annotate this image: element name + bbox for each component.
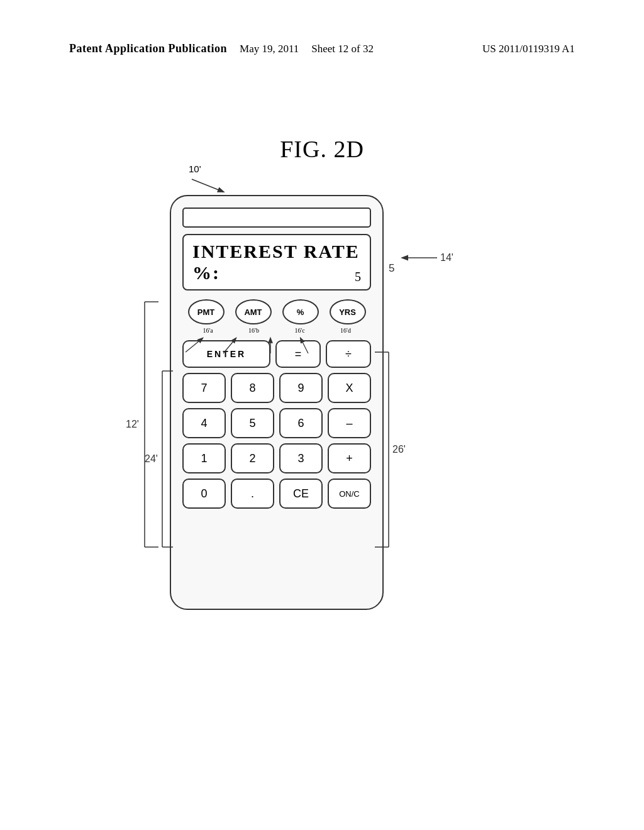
key-0[interactable]: 0 (182, 479, 226, 509)
label-14: 14' (440, 252, 453, 263)
calculator-device: INTEREST RATE %: 5 PMT AMT % YRS 16'a 16… (170, 195, 384, 610)
key-5[interactable]: 5 (231, 408, 274, 438)
key-ce[interactable]: CE (279, 479, 323, 509)
figure-label: FIG. 2D (280, 135, 364, 163)
display-bar (182, 208, 371, 228)
key-minus[interactable]: – (328, 408, 371, 438)
divide-key[interactable]: ÷ (326, 340, 371, 368)
display-number: 5 (355, 270, 361, 284)
func-key-pmt[interactable]: PMT (188, 299, 225, 324)
device-label: 10' (189, 163, 201, 174)
key-x[interactable]: X (328, 373, 371, 403)
display-text: INTEREST RATE %: (192, 241, 361, 284)
number-grid: 7 8 9 X 4 5 6 – 1 2 3 + 0 . CE ON/C (182, 373, 371, 509)
func-key-amt[interactable]: AMT (235, 299, 272, 324)
label-12: 12' (126, 419, 139, 429)
func-label-16a: 16'a (190, 327, 226, 334)
key-2[interactable]: 2 (231, 443, 274, 473)
patent-number: US 2011/0119319 A1 (482, 43, 575, 55)
key-plus[interactable]: + (328, 443, 371, 473)
equals-key[interactable]: = (275, 340, 321, 368)
patent-title: Patent Application Publication (69, 42, 227, 55)
func-keys-row: PMT AMT % YRS (182, 299, 371, 324)
key-4[interactable]: 4 (182, 408, 226, 438)
func-label-16b: 16'b (236, 327, 272, 334)
sheet-info: Sheet 12 of 32 (311, 43, 374, 55)
func-label-16c: 16'c (282, 327, 318, 334)
op-row: ENTER = ÷ (182, 340, 371, 368)
key-6[interactable]: 6 (279, 408, 323, 438)
header: Patent Application Publication May 19, 2… (0, 42, 644, 55)
enter-key[interactable]: ENTER (182, 340, 270, 368)
key-8[interactable]: 8 (231, 373, 274, 403)
func-label-16d: 16'd (328, 327, 364, 334)
key-1[interactable]: 1 (182, 443, 226, 473)
key-7[interactable]: 7 (182, 373, 226, 403)
device-container: 10' INTEREST RATE %: 5 PMT AMT % YRS 16'… (151, 170, 396, 610)
main-display: INTEREST RATE %: 5 (182, 234, 371, 290)
func-key-yrs[interactable]: YRS (330, 299, 366, 324)
key-decimal[interactable]: . (231, 479, 274, 509)
publication-date: May 19, 2011 (240, 43, 299, 55)
key-onc[interactable]: ON/C (328, 479, 371, 509)
func-key-labels: 16'a 16'b 16'c 16'd (182, 327, 371, 334)
key-9[interactable]: 9 (279, 373, 323, 403)
func-key-pct[interactable]: % (282, 299, 319, 324)
key-3[interactable]: 3 (279, 443, 323, 473)
